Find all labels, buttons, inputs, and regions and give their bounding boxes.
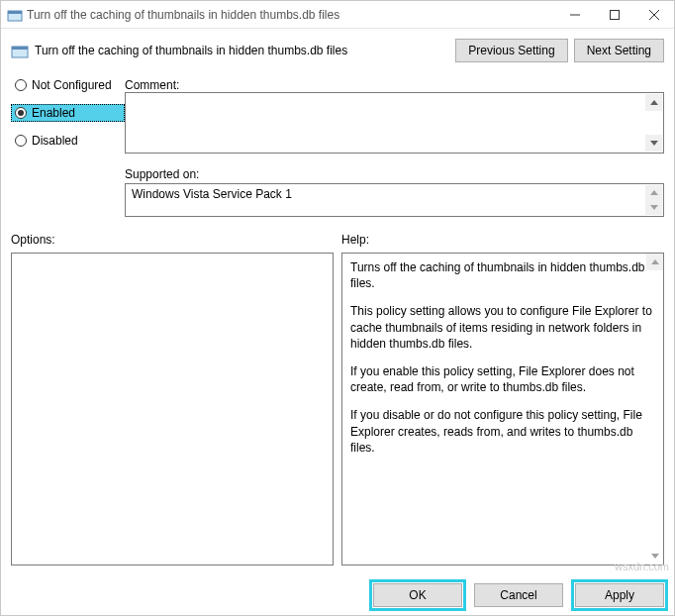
svg-rect-3 [611,10,620,19]
minimize-button[interactable] [555,1,595,29]
help-label: Help: [341,233,664,247]
options-panel [11,253,334,565]
policy-title: Turn off the caching of thumbnails in hi… [35,44,449,57]
radio-icon [15,79,27,91]
radio-disabled[interactable]: Disabled [11,132,125,150]
radio-enabled[interactable]: Enabled [11,104,125,122]
comment-label: Comment: [125,74,664,92]
scroll-down-icon[interactable] [645,200,662,215]
help-text: This policy setting allows you to config… [350,303,655,352]
scroll-down-icon[interactable] [646,548,663,565]
radio-icon [15,135,27,147]
scroll-down-icon[interactable] [645,135,662,152]
apply-button[interactable]: Apply [575,583,664,607]
help-text: Turns off the caching of thumbnails in h… [350,259,655,291]
app-icon [7,7,23,23]
radio-icon [15,107,27,119]
maximize-button[interactable] [595,1,634,29]
cancel-button[interactable]: Cancel [474,583,563,607]
svg-marker-10 [650,190,658,195]
svg-rect-1 [8,11,22,14]
close-button[interactable] [634,1,674,29]
radio-not-configured[interactable]: Not Configured [11,76,125,94]
svg-rect-7 [12,47,28,50]
radio-label: Not Configured [32,78,112,92]
supported-label: Supported on: [125,163,664,181]
comment-input[interactable] [125,92,664,154]
supported-value: Windows Vista Service Pack 1 [132,187,292,201]
scrollbar[interactable] [645,94,662,152]
help-text: If you enable this policy setting, File … [350,363,655,395]
svg-marker-8 [650,100,658,105]
radio-label: Enabled [32,106,75,120]
scrollbar[interactable] [646,254,663,565]
svg-marker-13 [651,554,659,559]
radio-label: Disabled [32,134,78,148]
scrollbar[interactable] [645,185,662,215]
dialog-footer: OK Cancel Apply [1,575,674,615]
help-text: If you disable or do not configure this … [350,407,655,456]
help-panel: Turns off the caching of thumbnails in h… [341,253,664,565]
svg-marker-9 [650,141,658,146]
scroll-up-icon[interactable] [645,94,662,111]
titlebar: Turn off the caching of thumbnails in hi… [1,1,674,29]
scroll-up-icon[interactable] [645,185,662,200]
svg-marker-11 [650,205,658,210]
scroll-up-icon[interactable] [646,254,663,270]
supported-on-field: Windows Vista Service Pack 1 [125,183,664,217]
svg-marker-12 [651,259,659,264]
window-title: Turn off the caching of thumbnails in hi… [23,8,555,22]
ok-button[interactable]: OK [373,583,462,607]
policy-icon [11,42,29,59]
next-setting-button[interactable]: Next Setting [574,39,664,62]
options-label: Options: [11,233,334,247]
previous-setting-button[interactable]: Previous Setting [455,39,567,62]
